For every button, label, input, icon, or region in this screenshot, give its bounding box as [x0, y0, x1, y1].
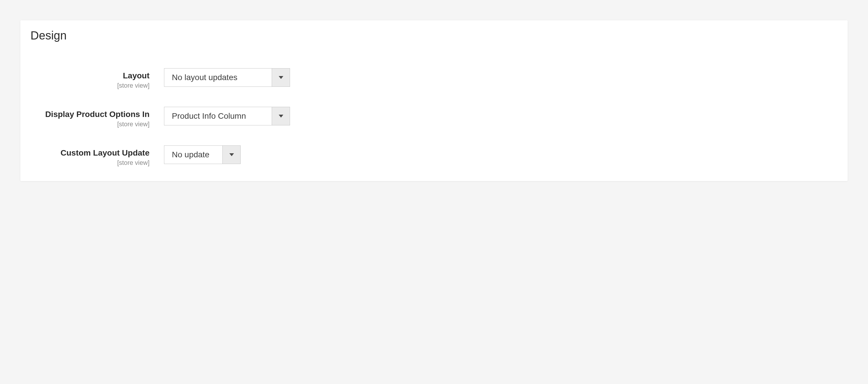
field-label-wrap-layout: Layout [store view]: [30, 68, 164, 89]
panel-title: Design: [30, 29, 838, 42]
layout-select[interactable]: No layout updates: [164, 68, 290, 87]
display-options-select-toggle[interactable]: [272, 107, 290, 125]
field-label-custom-layout: Custom Layout Update: [30, 148, 150, 158]
svg-marker-0: [279, 76, 283, 79]
field-label-display-options: Display Product Options In: [30, 109, 150, 119]
field-label-layout: Layout: [30, 70, 150, 81]
field-row-custom-layout: Custom Layout Update [store view] No upd…: [30, 146, 838, 167]
field-label-wrap-display-options: Display Product Options In [store view]: [30, 107, 164, 128]
caret-down-icon: [229, 152, 234, 157]
field-row-display-options: Display Product Options In [store view] …: [30, 107, 838, 128]
caret-down-icon: [279, 114, 283, 119]
display-options-select-value: Product Info Column: [164, 107, 272, 125]
field-scope-display-options: [store view]: [30, 121, 150, 128]
svg-marker-2: [229, 153, 234, 156]
custom-layout-select-toggle[interactable]: [222, 146, 240, 164]
svg-marker-1: [279, 115, 283, 118]
caret-down-icon: [279, 75, 283, 80]
field-row-layout: Layout [store view] No layout updates: [30, 68, 838, 89]
custom-layout-select-value: No update: [164, 146, 222, 164]
display-options-select[interactable]: Product Info Column: [164, 107, 290, 125]
custom-layout-select[interactable]: No update: [164, 146, 241, 164]
layout-select-toggle[interactable]: [272, 68, 290, 87]
design-panel: Design Layout [store view] No layout upd…: [20, 20, 848, 181]
field-scope-layout: [store view]: [30, 82, 150, 89]
field-scope-custom-layout: [store view]: [30, 159, 150, 167]
layout-select-value: No layout updates: [164, 68, 272, 87]
field-label-wrap-custom-layout: Custom Layout Update [store view]: [30, 146, 164, 167]
